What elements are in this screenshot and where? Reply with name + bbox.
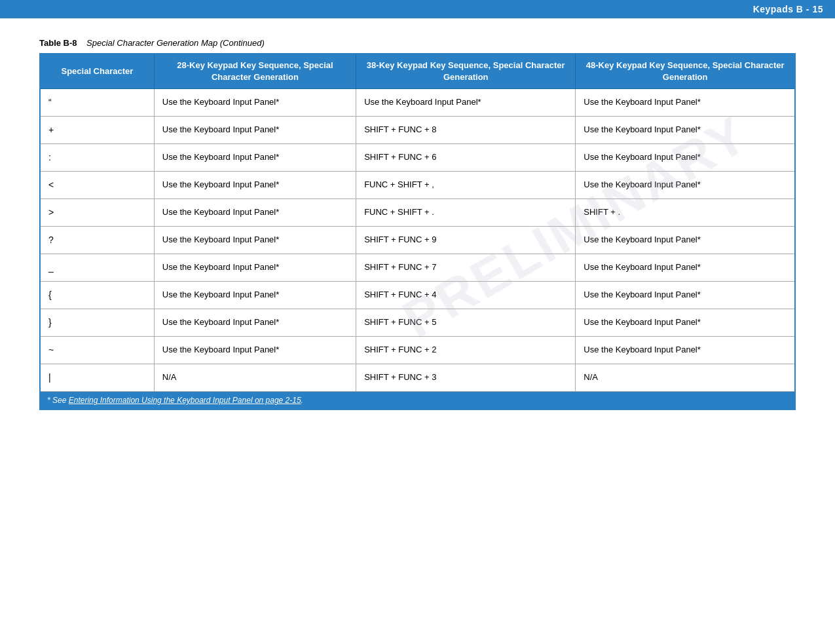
cell-38key: SHIFT + FUNC + 5 [356, 309, 576, 337]
main-content: Table B-8 Special Character Generation M… [0, 18, 835, 430]
table-footer-row: * See Entering Information Using the Key… [40, 392, 795, 410]
cell-special-char: + [40, 117, 154, 144]
cell-38key: SHIFT + FUNC + 8 [356, 117, 576, 144]
cell-special-char: “ [40, 89, 154, 117]
cell-38key: SHIFT + FUNC + 9 [356, 227, 576, 254]
cell-38key: SHIFT + FUNC + 2 [356, 337, 576, 364]
cell-28key: Use the Keyboard Input Panel* [154, 117, 356, 144]
table-row: {Use the Keyboard Input Panel*SHIFT + FU… [40, 282, 795, 309]
cell-special-char: : [40, 144, 154, 172]
cell-special-char: ~ [40, 337, 154, 364]
cell-28key: Use the Keyboard Input Panel* [154, 172, 356, 199]
table-row: }Use the Keyboard Input Panel*SHIFT + FU… [40, 309, 795, 337]
table-footer-cell: * See Entering Information Using the Key… [40, 392, 795, 410]
footer-link: Entering Information Using the Keyboard … [69, 396, 301, 405]
cell-48key: Use the Keyboard Input Panel* [576, 89, 795, 117]
table-row: <Use the Keyboard Input Panel*FUNC + SHI… [40, 172, 795, 199]
cell-48key: Use the Keyboard Input Panel* [576, 172, 795, 199]
table-row: +Use the Keyboard Input Panel*SHIFT + FU… [40, 117, 795, 144]
table-label: Table B-8 [39, 38, 77, 48]
cell-38key: FUNC + SHIFT + , [356, 172, 576, 199]
cell-28key: Use the Keyboard Input Panel* [154, 199, 356, 227]
page-header: Keypads B - 15 [0, 0, 835, 18]
col-header-38key: 38-Key Keypad Key Sequence, Special Char… [356, 54, 576, 89]
cell-48key: Use the Keyboard Input Panel* [576, 144, 795, 172]
cell-38key: FUNC + SHIFT + . [356, 199, 576, 227]
cell-special-char: } [40, 309, 154, 337]
cell-28key: Use the Keyboard Input Panel* [154, 89, 356, 117]
table-row: >Use the Keyboard Input Panel*FUNC + SHI… [40, 199, 795, 227]
cell-48key: SHIFT + . [576, 199, 795, 227]
footer-prefix: * See [47, 396, 69, 405]
cell-28key: Use the Keyboard Input Panel* [154, 337, 356, 364]
special-char-table: Special Character 28-Key Keypad Key Sequ… [39, 53, 796, 410]
cell-28key: Use the Keyboard Input Panel* [154, 309, 356, 337]
table-title: Special Character Generation Map (Contin… [86, 38, 265, 48]
cell-48key: Use the Keyboard Input Panel* [576, 117, 795, 144]
cell-48key: Use the Keyboard Input Panel* [576, 254, 795, 282]
footer-suffix: . [301, 396, 303, 405]
col-header-48key: 48-Key Keypad Key Sequence, Special Char… [576, 54, 795, 89]
cell-28key: Use the Keyboard Input Panel* [154, 254, 356, 282]
cell-48key: Use the Keyboard Input Panel* [576, 337, 795, 364]
table-header-row: Special Character 28-Key Keypad Key Sequ… [40, 54, 795, 89]
cell-38key: SHIFT + FUNC + 4 [356, 282, 576, 309]
cell-special-char: { [40, 282, 154, 309]
cell-28key: Use the Keyboard Input Panel* [154, 282, 356, 309]
cell-48key: N/A [576, 364, 795, 392]
cell-28key: Use the Keyboard Input Panel* [154, 227, 356, 254]
cell-38key: SHIFT + FUNC + 7 [356, 254, 576, 282]
page-title: Keypads B - 15 [753, 4, 823, 14]
cell-48key: Use the Keyboard Input Panel* [576, 227, 795, 254]
cell-48key: Use the Keyboard Input Panel* [576, 309, 795, 337]
col-header-28key: 28-Key Keypad Key Sequence, Special Char… [154, 54, 356, 89]
cell-28key: N/A [154, 364, 356, 392]
table-row: ?Use the Keyboard Input Panel*SHIFT + FU… [40, 227, 795, 254]
table-row: |N/ASHIFT + FUNC + 3N/A [40, 364, 795, 392]
cell-38key: SHIFT + FUNC + 6 [356, 144, 576, 172]
table-row: “Use the Keyboard Input Panel*Use the Ke… [40, 89, 795, 117]
cell-28key: Use the Keyboard Input Panel* [154, 144, 356, 172]
table-caption: Table B-8 Special Character Generation M… [39, 38, 796, 48]
cell-38key: SHIFT + FUNC + 3 [356, 364, 576, 392]
col-header-special-char: Special Character [40, 54, 154, 89]
table-row: ~Use the Keyboard Input Panel*SHIFT + FU… [40, 337, 795, 364]
table-row: _Use the Keyboard Input Panel*SHIFT + FU… [40, 254, 795, 282]
cell-special-char: ? [40, 227, 154, 254]
cell-38key: Use the Keyboard Input Panel* [356, 89, 576, 117]
cell-special-char: > [40, 199, 154, 227]
cell-special-char: _ [40, 254, 154, 282]
cell-48key: Use the Keyboard Input Panel* [576, 282, 795, 309]
cell-special-char: < [40, 172, 154, 199]
cell-special-char: | [40, 364, 154, 392]
table-row: :Use the Keyboard Input Panel*SHIFT + FU… [40, 144, 795, 172]
